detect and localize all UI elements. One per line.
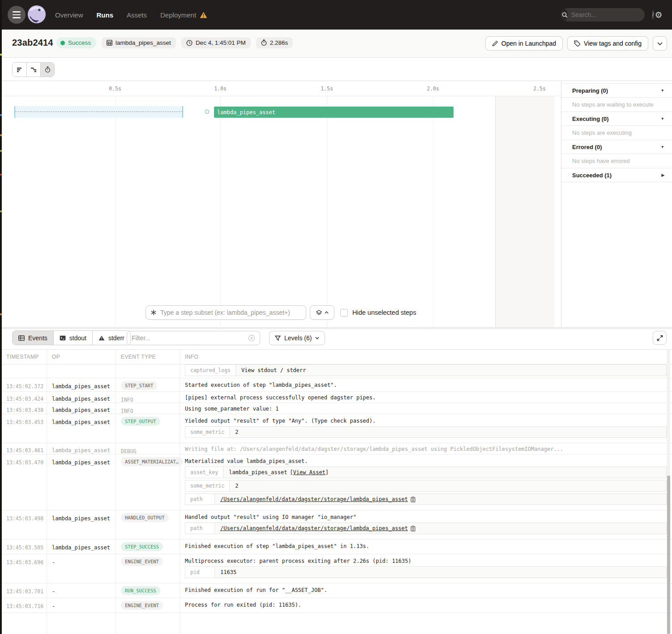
nav-item-overview[interactable]: Overview	[55, 11, 83, 19]
event-row[interactable]: 13:45:02.372lambda_pipes_assetSTEP_START…	[0, 378, 672, 392]
metadata-value-text: 11635	[220, 569, 236, 575]
table-icon	[18, 335, 25, 341]
metadata-entry: captured_logsView stdout / stderr	[185, 364, 667, 376]
event-row[interactable]: 13:45:03.498lambda_pipes_assetHANDLED_OU…	[0, 510, 672, 540]
tab-stderr[interactable]: stderr	[92, 331, 130, 345]
view-tags-config-button[interactable]: View tags and config	[567, 36, 648, 51]
metadata-value: /Users/alangenfeld/data/dagster/storage/…	[215, 523, 666, 534]
event-type-badge: ASSET_MATERIALIZAT…	[121, 457, 183, 466]
event-timestamp: 13:45:03.470	[6, 459, 43, 466]
event-info-cell: captured_logsView stdout / stderr	[180, 364, 672, 378]
sidebar-section-title: Succeeded (1)	[572, 172, 612, 179]
filter-input[interactable]	[132, 334, 244, 342]
layers-icon	[316, 310, 322, 316]
event-row[interactable]: 13:45:03.438lambda_pipes_assetINFOUsing …	[0, 403, 672, 414]
event-row[interactable]: 13:45:03.505lambda_pipes_assetSTEP_SUCCE…	[0, 540, 672, 554]
event-op: -	[52, 588, 55, 595]
event-row[interactable]: 13:45:03.470lambda_pipes_assetASSET_MATE…	[0, 454, 672, 510]
step-subset-input[interactable]	[160, 309, 301, 316]
tab-stdout[interactable]: stdout	[53, 331, 92, 345]
open-in-launchpad-button[interactable]: Open in Launchpad	[485, 36, 563, 51]
sidebar-section-succeeded[interactable]: Succeeded (1)▶	[561, 168, 672, 182]
event-type-cell: STEP_START	[116, 378, 180, 391]
event-row[interactable]: 13:45:03.453lambda_pipes_assetSTEP_OUTPU…	[0, 414, 672, 443]
axis-tick: 2.0s	[427, 86, 439, 92]
event-type-badge: STEP_SUCCESS	[121, 542, 163, 551]
event-type-cell: STEP_SUCCESS	[116, 540, 180, 554]
step-subset-box	[146, 305, 306, 320]
event-op-cell: lambda_pipes_asset	[47, 540, 116, 554]
tab-label: stdout	[69, 334, 86, 342]
axis-tick: 2.5s	[533, 86, 546, 92]
view-flat-button[interactable]	[13, 63, 26, 77]
event-timestamp-cell: 13:45:03.701	[0, 583, 47, 598]
metadata-value-link[interactable]: /Users/alangenfeld/data/dagster/storage/…	[220, 525, 408, 531]
chevron-up-icon	[325, 311, 329, 314]
event-info-text: Finished execution of step "lambda_pipes…	[185, 543, 667, 550]
event-row[interactable]: 13:45:03.696-ENGINE_EVENTMultiprocess ex…	[0, 554, 672, 583]
nav-item-assets[interactable]: Assets	[127, 11, 147, 19]
view-asset-link[interactable]: View Asset	[293, 469, 325, 476]
sidebar-section-preparing[interactable]: Preparing (0)▼	[561, 83, 672, 97]
nav-item-runs[interactable]: Runs	[97, 11, 114, 19]
event-timestamp: 13:45:03.498	[6, 515, 43, 522]
event-op: lambda_pipes_asset	[52, 407, 110, 413]
settings-gear-icon[interactable]: ⚙	[653, 9, 664, 21]
event-row[interactable]: captured_logsView stdout / stderr	[0, 364, 672, 378]
copy-path-icon[interactable]	[411, 526, 415, 531]
graph-options-button[interactable]	[310, 305, 334, 320]
sidebar-section-errored[interactable]: Errored (0)▼	[561, 140, 672, 154]
caret-right-icon: ▶	[661, 173, 664, 177]
event-info-cell: Process for run exited (pid: 11635).	[180, 598, 672, 613]
event-row[interactable]: 13:45:03.424lambda_pipes_assetINFO[pipes…	[0, 392, 672, 403]
sidebar-section-executing[interactable]: Executing (0)▼	[561, 111, 672, 125]
empty-cell	[116, 613, 180, 634]
event-row[interactable]: 13:45:03.701-RUN_SUCCESSFinished executi…	[0, 583, 672, 598]
event-timestamp-cell: 13:45:02.372	[0, 378, 47, 391]
tab-Events[interactable]: Events	[13, 331, 53, 345]
event-log-table: TIMESTAMPOPEVENT TYPEINFO captured_logsV…	[0, 350, 672, 634]
hamburger-menu-button[interactable]	[8, 6, 26, 24]
view-waterfall-button[interactable]	[26, 63, 40, 77]
event-op: lambda_pipes_asset	[52, 396, 110, 402]
event-op-cell	[47, 364, 116, 378]
panel-expand-button[interactable]	[653, 331, 667, 345]
search-input[interactable]	[571, 11, 652, 18]
event-op: lambda_pipes_asset	[52, 447, 110, 454]
scrollbar-thumb[interactable]	[667, 476, 670, 634]
metadata-value-link[interactable]: /Users/alangenfeld/data/dagster/storage/…	[220, 496, 408, 502]
event-row[interactable]: 13:45:03.716-ENGINE_EVENTProcess for run…	[0, 598, 672, 613]
step-bar[interactable]: lambda_pipes_asset	[214, 107, 454, 118]
event-op: -	[52, 603, 55, 609]
clear-filter-icon[interactable]	[248, 334, 255, 342]
event-type-cell: INFO	[116, 403, 180, 414]
metadata-key: asset_key	[185, 467, 223, 478]
sidebar-section-title: Errored (0)	[572, 144, 602, 150]
dagster-logo[interactable]	[26, 4, 47, 25]
event-timestamp-cell: 13:45:03.461	[0, 443, 47, 454]
event-timestamp: 13:45:03.438	[6, 407, 43, 413]
event-timestamp-cell: 13:45:03.505	[0, 540, 47, 554]
caret-down-icon: ▼	[661, 145, 664, 149]
metadata-entry: pid11635	[185, 566, 667, 578]
run-header-more-button[interactable]	[653, 36, 667, 51]
event-type-badge: STEP_START	[121, 381, 157, 390]
metadata-value-text[interactable]: View stdout / stderr	[241, 367, 306, 373]
search-box[interactable]: /	[561, 8, 645, 21]
job-tag[interactable]: lambda_pipes_asset	[102, 37, 176, 48]
view-timed-button[interactable]	[40, 63, 54, 77]
column-header-event-type: EVENT TYPE	[116, 350, 180, 364]
event-timestamp: 13:45:02.372	[6, 383, 43, 390]
copy-path-icon[interactable]	[411, 497, 415, 502]
metadata-key: some_metric	[185, 480, 230, 491]
status-dot	[60, 41, 65, 45]
sidebar-section-title: Executing (0)	[572, 116, 609, 122]
hide-unselected-checkbox[interactable]	[340, 309, 348, 317]
metadata-value-text: 2	[235, 429, 238, 435]
levels-filter-button[interactable]: Levels (6)	[269, 331, 325, 345]
top-nav: OverviewRunsAssetsDeployment / ⚙	[0, 0, 672, 30]
event-info-cell: Yielded output "result" of type "Any". (…	[180, 414, 672, 443]
nav-item-deployment[interactable]: Deployment	[160, 11, 207, 19]
run-id: 23ab2414	[12, 38, 53, 48]
event-row[interactable]: 13:45:03.461lambda_pipes_assetDEBUGWriti…	[0, 443, 672, 454]
